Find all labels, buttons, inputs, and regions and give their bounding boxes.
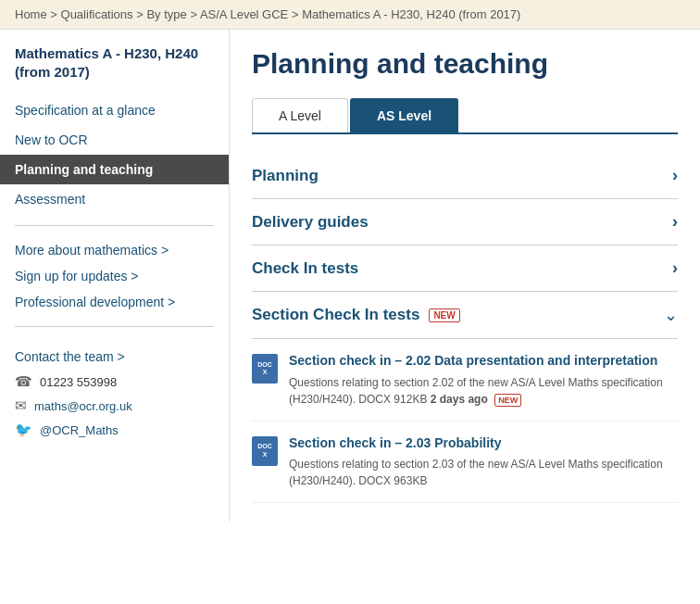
section-check-left: Section Check In tests NEW [252, 306, 460, 324]
sidebar-links: More about mathematics > Sign up for upd… [0, 237, 229, 315]
accordion-delivery-header[interactable]: Delivery guides › [252, 212, 678, 232]
sidebar-divider-1 [15, 225, 214, 226]
sidebar-link-signup[interactable]: Sign up for updates > [0, 263, 229, 289]
breadcrumb-sep-1: > [50, 7, 60, 21]
sidebar-item-new-to-ocr[interactable]: New to OCR [0, 125, 229, 155]
twitter-icon: 🐦 [15, 422, 32, 438]
accordion-delivery-title: Delivery guides [252, 213, 369, 232]
sidebar-title: Mathematics A - H230, H240 (from 2017) [0, 44, 229, 95]
breadcrumb-home[interactable]: Home [15, 7, 47, 21]
accordion-planning: Planning › [252, 153, 678, 199]
section-check-header: Section Check In tests NEW ⌄ [252, 292, 678, 339]
breadcrumb-qualifications[interactable]: Qualifications [61, 7, 133, 21]
sidebar-link-professional[interactable]: Professional development > [0, 289, 229, 315]
accordion-delivery: Delivery guides › [252, 199, 678, 245]
accordion-checkin: Check In tests › [252, 245, 678, 292]
sidebar-contact: Contact the team > ☎ 01223 553998 ✉ math… [0, 338, 229, 438]
doc-title-1[interactable]: Section check in – 2.02 Data presentatio… [289, 352, 678, 371]
sidebar: Mathematics A - H230, H240 (from 2017) S… [0, 30, 230, 522]
doc-new-badge-1: NEW [494, 394, 521, 407]
email-link[interactable]: maths@ocr.org.uk [34, 399, 132, 413]
doc-meta-text-2: Questions relating to section 2.03 of th… [289, 458, 663, 487]
contact-email: ✉ maths@ocr.org.uk [15, 397, 214, 414]
chevron-down-icon: ⌄ [664, 305, 678, 325]
sidebar-link-more-maths[interactable]: More about mathematics > [0, 237, 229, 263]
sidebar-item-planning-teaching[interactable]: Planning and teaching [0, 155, 229, 184]
tab-a-level[interactable]: A Level [252, 98, 348, 132]
doc-content-2: Section check in – 2.03 Probability Ques… [289, 434, 678, 490]
section-check-new-badge: NEW [429, 308, 459, 322]
doc-time-1: 2 days ago [431, 393, 488, 406]
phone-icon: ☎ [15, 373, 32, 390]
doc-item-1: DOCX Section check in – 2.02 Data presen… [252, 339, 678, 422]
twitter-link[interactable]: @OCR_Maths [40, 423, 119, 437]
doc-meta-1: Questions relating to section 2.02 of th… [289, 374, 678, 408]
breadcrumb-current: Mathematics A - H230, H240 (from 2017) [302, 7, 520, 21]
sidebar-nav: Specification at a glance New to OCR Pla… [0, 95, 229, 214]
contact-team-link[interactable]: Contact the team > [15, 349, 214, 364]
doc-item-2: DOCX Section check in – 2.03 Probability… [252, 422, 678, 504]
contact-twitter: 🐦 @OCR_Maths [15, 422, 214, 438]
chevron-right-icon-2: › [672, 212, 678, 232]
chevron-right-icon: › [672, 166, 678, 185]
sidebar-item-specification[interactable]: Specification at a glance [0, 95, 229, 125]
accordion-checkin-title: Check In tests [252, 259, 358, 278]
doc-meta-2: Questions relating to section 2.03 of th… [289, 456, 678, 489]
breadcrumb-sep-3: > [190, 7, 200, 21]
section-check-title: Section Check In tests [252, 306, 419, 324]
breadcrumb-as-a-level[interactable]: AS/A Level GCE [200, 7, 288, 21]
accordion-planning-title: Planning [252, 167, 319, 185]
breadcrumb: Home > Qualifications > By type > AS/A L… [0, 0, 700, 30]
phone-number: 01223 553998 [40, 375, 117, 389]
sidebar-item-assessment[interactable]: Assessment [0, 184, 229, 214]
sidebar-divider-2 [15, 326, 214, 327]
doc-icon-2: DOCX [252, 436, 278, 466]
main-content: Planning and teaching A Level AS Level P… [230, 30, 700, 522]
doc-title-2[interactable]: Section check in – 2.03 Probability [289, 434, 678, 453]
section-check-toggle[interactable]: ⌄ [664, 305, 678, 325]
email-icon: ✉ [15, 397, 27, 414]
page-title: Planning and teaching [252, 48, 678, 80]
doc-icon-1: DOCX [252, 354, 278, 384]
breadcrumb-sep-4: > [292, 7, 302, 21]
tabs-container: A Level AS Level [252, 98, 678, 134]
breadcrumb-sep-2: > [136, 7, 146, 21]
breadcrumb-by-type[interactable]: By type [146, 7, 186, 21]
accordion-checkin-header[interactable]: Check In tests › [252, 258, 678, 278]
contact-phone: ☎ 01223 553998 [15, 373, 214, 390]
chevron-right-icon-3: › [672, 258, 678, 278]
tab-as-level[interactable]: AS Level [350, 98, 458, 132]
accordion-planning-header[interactable]: Planning › [252, 166, 678, 185]
doc-content-1: Section check in – 2.02 Data presentatio… [289, 352, 678, 408]
